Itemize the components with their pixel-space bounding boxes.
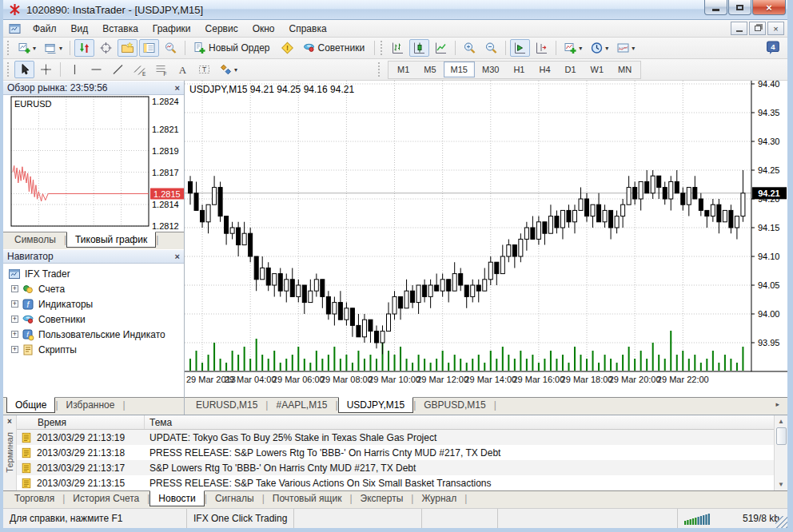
expand-icon[interactable]: + <box>11 316 18 323</box>
dropdown-arrow-icon[interactable]: ▾ <box>33 45 36 52</box>
tab-tick-chart[interactable]: Тиковый график <box>66 232 156 248</box>
expand-icon[interactable]: + <box>11 331 18 338</box>
data-window-toggle[interactable] <box>96 39 116 57</box>
tab-common[interactable]: Общие <box>6 397 55 413</box>
timeframe-h4[interactable]: H4 <box>532 62 557 77</box>
chart-tab-aapl-m15[interactable]: #AAPL,M15 <box>268 398 335 412</box>
menu-item-charts[interactable]: Графики <box>145 21 198 37</box>
menu-item-help[interactable]: Справка <box>282 21 334 37</box>
dropdown-arrow-icon[interactable]: ▾ <box>579 45 582 52</box>
notifications-badge[interactable]: 4 <box>766 41 781 55</box>
menu-item-service[interactable]: Сервис <box>198 21 245 37</box>
indicators-button[interactable]: ▾ <box>560 39 585 57</box>
table-row[interactable]: 2013/03/29 21:13:18PRESS RELEASE: S&P Lo… <box>17 445 774 460</box>
tab-scroll-right-icon[interactable]: ▸ <box>771 398 784 411</box>
crosshair-tool[interactable] <box>36 61 56 78</box>
child-minimize-button[interactable] <box>731 22 747 35</box>
toolbar-grip[interactable] <box>7 62 11 77</box>
advisors-button[interactable]: Советники <box>299 39 371 57</box>
zoom-in-button[interactable] <box>460 39 480 57</box>
child-close-button[interactable]: × <box>767 22 784 35</box>
expand-icon[interactable]: + <box>11 285 18 292</box>
terminal-tab-trade[interactable]: Торговля <box>6 491 62 506</box>
timeframe-m30[interactable]: M30 <box>475 62 506 77</box>
terminal-tab-news[interactable]: Новости <box>149 490 204 506</box>
child-restore-button[interactable] <box>749 22 766 35</box>
text-tool[interactable]: A <box>173 61 193 78</box>
menu-item-file[interactable]: Файл <box>26 21 64 37</box>
vertical-line-tool[interactable] <box>65 61 85 78</box>
arrows-tool[interactable]: ▾ <box>216 61 241 78</box>
toolbar-grip[interactable] <box>7 41 11 55</box>
dropdown-arrow-icon[interactable]: ▾ <box>59 45 62 52</box>
dropdown-arrow-icon[interactable]: ▾ <box>605 45 608 52</box>
tab-favorites[interactable]: Избранное <box>58 398 123 412</box>
tree-item-indicators[interactable]: +fИндикаторы <box>3 296 184 312</box>
timeframe-mn[interactable]: MN <box>611 62 639 77</box>
horizontal-line-tool[interactable] <box>86 61 106 78</box>
chart-shift-toggle[interactable] <box>532 39 552 57</box>
menu-item-window[interactable]: Окно <box>245 21 282 37</box>
scroll-down-icon[interactable]: ▼ <box>775 478 787 490</box>
tree-item-advisors[interactable]: +Советники <box>3 312 184 327</box>
toolbar-grip[interactable] <box>381 41 385 55</box>
new-order-button[interactable]: Новый Ордер <box>189 39 275 57</box>
close-button[interactable]: × <box>752 0 786 15</box>
fibonacci-tool[interactable]: F <box>151 61 171 78</box>
terminal-tab-signals[interactable]: Сигналы <box>207 491 262 506</box>
terminal-tab-journal[interactable]: Журнал <box>413 491 464 506</box>
scrollbar-thumb[interactable] <box>776 427 787 445</box>
label-tool[interactable]: T <box>194 61 214 78</box>
chart-tab-eurusd-m15[interactable]: EURUSD,M15 <box>188 398 265 412</box>
templates-button[interactable]: ▾ <box>613 39 638 57</box>
tab-symbols[interactable]: Символы <box>6 232 64 247</box>
channel-tool[interactable]: E <box>130 61 149 78</box>
navigator-toggle[interactable] <box>118 39 137 57</box>
chart-line-button[interactable] <box>431 39 451 57</box>
chart-tab-usdjpy-m15[interactable]: USDJPY,M15 <box>338 397 413 413</box>
terminal-tab-account-history[interactable]: История Счета <box>65 491 147 506</box>
important-news-button[interactable]: ! <box>277 39 297 57</box>
tree-item-accounts[interactable]: +Счета <box>3 281 184 296</box>
zoom-out-button[interactable] <box>481 39 501 57</box>
terminal-tab-experts[interactable]: Эксперты <box>353 491 412 506</box>
periods-button[interactable]: ▾ <box>587 39 612 57</box>
table-row[interactable]: 2013/03/29 21:13:15PRESS RELEASE: S&P Ta… <box>17 475 774 490</box>
column-header-time[interactable]: Время <box>17 415 145 429</box>
chart-bars-button[interactable] <box>388 39 408 57</box>
timeframe-d1[interactable]: D1 <box>558 62 584 77</box>
timeframe-m1[interactable]: M1 <box>390 62 416 77</box>
dropdown-arrow-icon[interactable]: ▾ <box>632 45 635 52</box>
cursor-tool[interactable] <box>14 61 34 78</box>
resize-grip[interactable] <box>775 516 787 528</box>
scroll-up-icon[interactable]: ▲ <box>775 415 787 427</box>
close-icon[interactable]: × <box>7 415 12 427</box>
terminal-toggle[interactable] <box>139 39 159 57</box>
chart-candles-button[interactable] <box>409 39 429 57</box>
price-chart[interactable]: 94.4094.3594.3094.2594.2094.1594.1094.05… <box>185 81 787 397</box>
auto-scroll-toggle[interactable] <box>510 39 530 57</box>
timeframe-h1[interactable]: H1 <box>506 62 532 77</box>
chart-tab-gbpusd-m15[interactable]: GBPUSD,M15 <box>416 398 493 412</box>
toolbar-grip[interactable] <box>378 62 382 77</box>
timeframe-m5[interactable]: M5 <box>416 62 443 77</box>
strategy-tester-toggle[interactable] <box>161 39 181 57</box>
table-row[interactable]: 2013/03/29 21:13:19UPDATE: Tokyo Gas To … <box>17 430 774 445</box>
tree-root-ifx-trader[interactable]: IFX Trader <box>3 266 184 281</box>
expand-icon[interactable]: + <box>11 300 18 308</box>
tree-item-custom-indicators[interactable]: +fПользовательские Индикато <box>3 327 184 342</box>
tick-chart[interactable]: 1.28241.28211.28191.28171.28151.28141.28… <box>3 95 184 232</box>
close-icon[interactable]: × <box>175 83 180 93</box>
table-row[interactable]: 2013/03/29 21:13:17S&P Lowers Rtg To 'BB… <box>17 460 774 475</box>
timeframe-m15[interactable]: M15 <box>444 62 475 77</box>
menu-item-view[interactable]: Вид <box>64 21 96 37</box>
maximize-button[interactable] <box>728 0 751 15</box>
profiles-button[interactable]: ▾ <box>41 39 66 57</box>
tree-item-scripts[interactable]: +Скрипты <box>3 342 184 357</box>
minimize-button[interactable] <box>704 0 727 15</box>
close-icon[interactable]: × <box>175 252 180 261</box>
trendline-tool[interactable] <box>108 61 128 78</box>
market-watch-toggle[interactable] <box>74 39 94 57</box>
menu-item-insert[interactable]: Вставка <box>95 21 145 37</box>
terminal-tab-mailbox[interactable]: Почтовый ящик <box>265 491 350 506</box>
